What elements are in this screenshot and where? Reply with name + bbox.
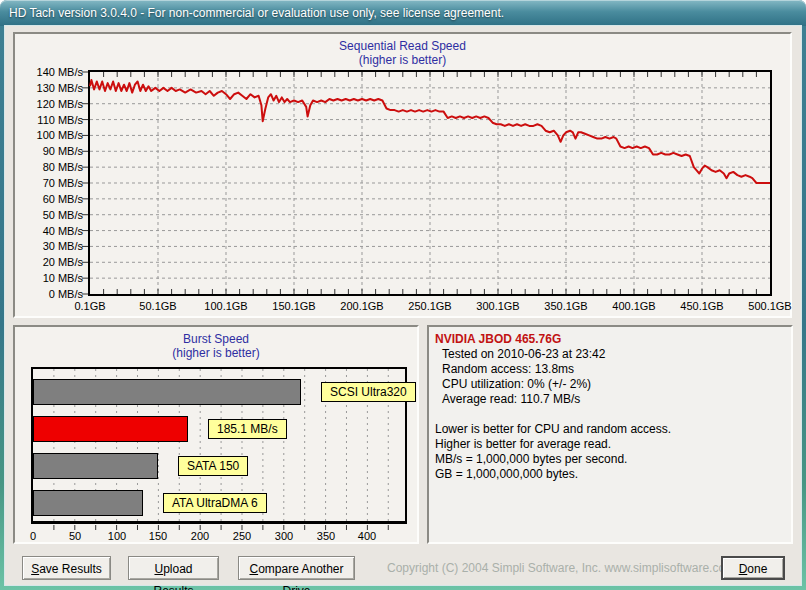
sequential-chart-subtitle: (higher is better) <box>15 53 790 67</box>
note-gb-def: GB = 1,000,000,000 bytes. <box>435 467 785 482</box>
burst-x-tick-label: 150 <box>138 530 178 542</box>
save-results-button[interactable]: Save Results <box>22 556 111 580</box>
burst-chart-subtitle: (higher is better) <box>15 346 417 360</box>
burst-plot-area: SCSI Ultra320185.1 MB/sSATA 150ATA Ultra… <box>31 367 407 524</box>
x-tick-label: 250.1GB <box>396 300 464 313</box>
x-tick-label: 300.1GB <box>464 300 532 313</box>
note-mbs-def: MB/s = 1,000,000 bytes per second. <box>435 452 785 467</box>
upload-results-button[interactable]: Upload Results <box>128 556 219 580</box>
y-tick-label: 50 MB/s <box>15 209 83 222</box>
x-tick-label: 450.1GB <box>668 300 736 313</box>
cpu-utilization-line: CPU utilization: 0% (+/- 2%) <box>442 377 785 392</box>
burst-speed-chart-panel: Burst Speed (higher is better) SCSI Ultr… <box>13 325 419 544</box>
x-tick-label: 500.1GB <box>736 300 804 313</box>
drive-name: NVIDIA JBOD 465.76G <box>435 332 785 347</box>
bar-label: 185.1 MB/s <box>208 419 287 439</box>
drive-info-panel: NVIDIA JBOD 465.76G Tested on 2010-06-23… <box>427 325 793 544</box>
burst-x-tick-label: 400 <box>347 530 387 542</box>
y-tick-label: 110 MB/s <box>15 114 83 127</box>
burst-x-tick-label: 0 <box>13 530 53 542</box>
y-tick-label: 140 MB/s <box>15 66 83 79</box>
y-tick-label: 30 MB/s <box>15 240 83 253</box>
note-higher-better: Higher is better for average read. <box>435 437 785 452</box>
y-tick-label: 120 MB/s <box>15 98 83 111</box>
x-tick-label: 200.1GB <box>328 300 396 313</box>
burst-bar-ata-ultradma-6 <box>33 490 143 516</box>
y-tick-label: 130 MB/s <box>15 82 83 95</box>
burst-bar-scsi-ultra320 <box>33 379 301 405</box>
burst-bar-sata-150 <box>33 453 158 479</box>
y-tick-label: 60 MB/s <box>15 193 83 206</box>
hd-tach-window: HD Tach version 3.0.4.0 - For non-commer… <box>0 0 806 590</box>
sequential-read-chart-panel: Sequential Read Speed (higher is better)… <box>13 32 792 318</box>
random-access-line: Random access: 13.8ms <box>442 362 785 377</box>
x-tick-label: 400.1GB <box>600 300 668 313</box>
y-tick-label: 90 MB/s <box>15 145 83 158</box>
burst-x-tick-label: 350 <box>306 530 346 542</box>
burst-x-tick-label: 250 <box>222 530 262 542</box>
y-tick-label: 80 MB/s <box>15 161 83 174</box>
burst-x-tick-label: 200 <box>180 530 220 542</box>
x-tick-label: 50.1GB <box>124 300 192 313</box>
burst-x-tick-label: 100 <box>97 530 137 542</box>
window-title: HD Tach version 3.0.4.0 - For non-commer… <box>9 6 504 20</box>
sequential-plot-area <box>88 70 772 296</box>
y-tick-label: 20 MB/s <box>15 256 83 269</box>
y-tick-label: 40 MB/s <box>15 225 83 238</box>
tested-on-line: Tested on 2010-06-23 at 23:42 <box>442 347 785 362</box>
bar-label: ATA UltraDMA 6 <box>163 493 267 513</box>
average-read-line: Average read: 110.7 MB/s <box>442 392 785 407</box>
y-tick-label: 10 MB/s <box>15 272 83 285</box>
y-tick-label: 70 MB/s <box>15 177 83 190</box>
x-tick-label: 0.1GB <box>56 300 124 313</box>
note-lower-better: Lower is better for CPU and random acces… <box>435 422 785 437</box>
y-tick-label: 100 MB/s <box>15 129 83 142</box>
dialog-client-area: Sequential Read Speed (higher is better)… <box>5 26 801 585</box>
done-button[interactable]: Done <box>721 556 785 580</box>
compare-another-drive-button[interactable]: Compare Another Drive <box>238 556 355 580</box>
sequential-line-chart <box>90 72 770 294</box>
x-tick-label: 100.1GB <box>192 300 260 313</box>
x-tick-label: 150.1GB <box>260 300 328 313</box>
burst-x-tick-label: 50 <box>55 530 95 542</box>
burst-bar-measured <box>33 416 188 442</box>
burst-chart-title: Burst Speed <box>15 327 417 346</box>
window-titlebar[interactable]: HD Tach version 3.0.4.0 - For non-commer… <box>0 0 806 26</box>
sequential-chart-title: Sequential Read Speed <box>15 34 790 53</box>
copyright-text: Copyright (C) 2004 Simpli Software, Inc.… <box>387 561 717 575</box>
bar-label: SCSI Ultra320 <box>321 382 416 402</box>
x-tick-label: 350.1GB <box>532 300 600 313</box>
bar-label: SATA 150 <box>178 456 248 476</box>
burst-x-tick-label: 300 <box>264 530 304 542</box>
